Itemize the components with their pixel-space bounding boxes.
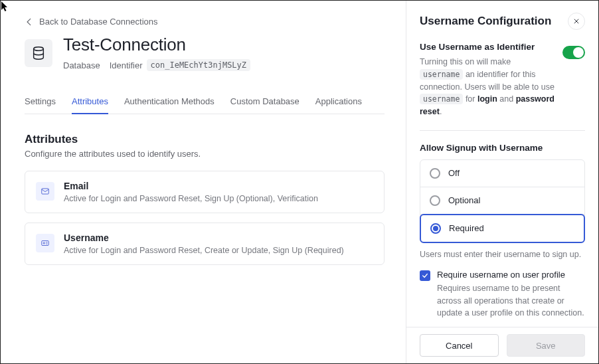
- tab-auth-methods[interactable]: Authentication Methods: [124, 90, 214, 114]
- card-title: Username: [64, 232, 344, 243]
- arrow-left-icon: [25, 17, 34, 27]
- check-icon: [422, 272, 428, 279]
- require-profile-checkbox[interactable]: [420, 270, 430, 281]
- card-desc: Active for Login and Password Reset, Cre…: [64, 246, 344, 255]
- email-icon: [36, 182, 54, 201]
- card-desc: Active for Login and Password Reset, Sig…: [64, 194, 318, 203]
- tab-attributes[interactable]: Attributes: [72, 90, 108, 114]
- signup-option-optional[interactable]: Optional: [420, 187, 584, 215]
- radio-label: Off: [448, 168, 460, 178]
- identifier-value: con_IeMEchYt3njMSLyZ: [147, 59, 251, 71]
- close-icon: [573, 18, 580, 25]
- signup-option-off[interactable]: Off: [420, 160, 584, 187]
- identifier-label: Identifier: [110, 60, 143, 70]
- page-title: Test-Connection: [63, 35, 250, 55]
- database-icon: [25, 39, 52, 67]
- radio-label: Optional: [448, 195, 480, 205]
- save-button[interactable]: Save: [507, 334, 586, 357]
- svg-rect-1: [42, 189, 49, 194]
- require-profile-label: Require username on user profile: [437, 270, 585, 280]
- radio-icon: [430, 168, 440, 179]
- back-link[interactable]: Back to Database Connections: [25, 17, 158, 27]
- identifier-toggle[interactable]: [562, 46, 585, 59]
- tab-custom-database[interactable]: Custom Database: [230, 90, 300, 114]
- signup-note: Users must enter their username to sign …: [420, 250, 585, 259]
- svg-rect-2: [42, 241, 49, 246]
- cancel-button[interactable]: Cancel: [420, 334, 499, 357]
- identifier-title: Use Username as Identifier: [420, 42, 556, 52]
- svg-point-0: [34, 46, 44, 50]
- card-title: Email: [64, 181, 318, 191]
- connection-header: Test-Connection Database Identifier con_…: [25, 35, 385, 71]
- tabs: Settings Attributes Authentication Metho…: [25, 90, 385, 114]
- radio-label: Required: [449, 223, 484, 233]
- id-card-icon: [36, 234, 54, 252]
- connection-type: Database: [63, 60, 100, 70]
- username-config-panel: Username Configuration Use Username as I…: [406, 1, 598, 363]
- require-profile-desc: Requires username to be present across a…: [437, 282, 585, 319]
- signup-option-required[interactable]: Required: [420, 214, 585, 243]
- close-button[interactable]: [568, 13, 585, 30]
- identifier-desc: Turning this on will make username an id…: [420, 56, 556, 118]
- radio-icon: [430, 195, 440, 206]
- signup-radio-group: Off Optional Required: [420, 159, 585, 243]
- panel-title: Username Configuration: [420, 15, 551, 28]
- tab-applications[interactable]: Applications: [315, 90, 362, 114]
- radio-icon: [430, 223, 441, 234]
- back-link-label: Back to Database Connections: [39, 17, 158, 27]
- signup-title: Allow Signup with Username: [420, 143, 585, 153]
- attribute-card-email[interactable]: Email Active for Login and Password Rese…: [25, 171, 385, 213]
- section-desc: Configure the attributes used to identif…: [25, 149, 385, 159]
- section-title: Attributes: [25, 133, 385, 146]
- tab-settings[interactable]: Settings: [25, 90, 56, 114]
- svg-point-3: [43, 242, 44, 244]
- attribute-card-username[interactable]: Username Active for Login and Password R…: [25, 223, 385, 265]
- main-content: Back to Database Connections Test-Connec…: [1, 1, 406, 363]
